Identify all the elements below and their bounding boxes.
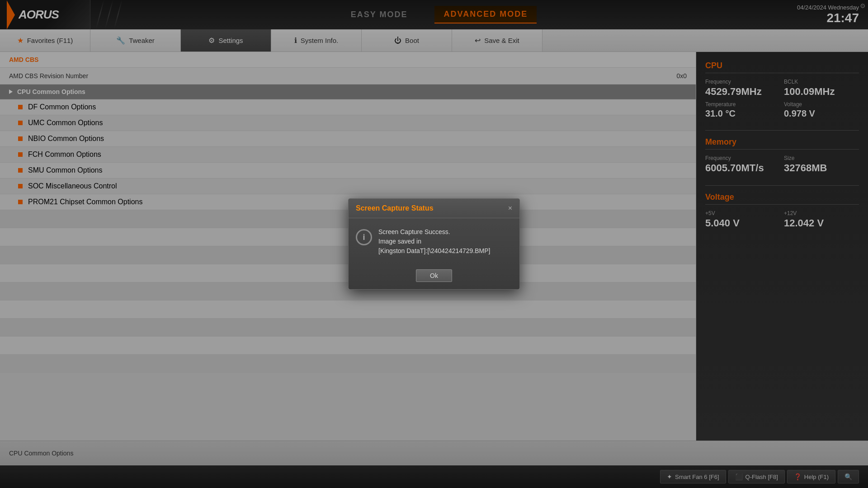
modal-info-icon: i bbox=[356, 229, 372, 245]
modal-ok-button[interactable]: Ok bbox=[416, 269, 452, 282]
modal-body: i Screen Capture Success. Image saved in… bbox=[349, 218, 519, 265]
modal-message: Screen Capture Success. Image saved in [… bbox=[378, 227, 491, 256]
modal-header: Screen Capture Status × bbox=[349, 199, 519, 218]
modal-message-line1: Screen Capture Success. bbox=[378, 227, 491, 237]
modal-dialog: Screen Capture Status × i Screen Capture… bbox=[348, 198, 520, 290]
modal-title: Screen Capture Status bbox=[356, 204, 434, 212]
modal-footer: Ok bbox=[349, 265, 519, 289]
modal-overlay: Screen Capture Status × i Screen Capture… bbox=[0, 0, 868, 488]
modal-message-line3: [Kingston DataT]:[\240424214729.BMP] bbox=[378, 246, 491, 256]
modal-close-button[interactable]: × bbox=[508, 205, 512, 212]
info-letter: i bbox=[363, 233, 365, 242]
modal-message-line2: Image saved in bbox=[378, 237, 491, 246]
